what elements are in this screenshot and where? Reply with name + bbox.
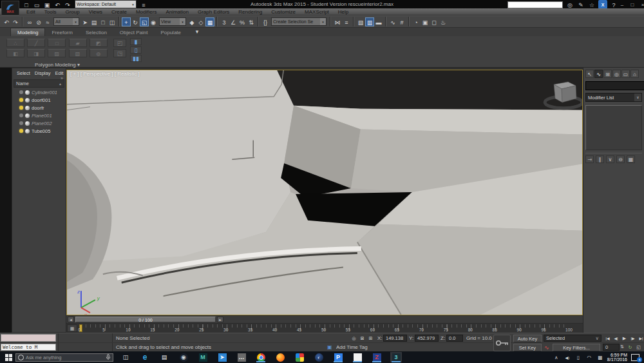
ribbon-minimize-icon[interactable]: ▾ bbox=[193, 26, 202, 35]
communication-center-icon[interactable]: ☆ bbox=[587, 0, 596, 9]
perspective-viewport[interactable]: z y x [ + ] [ Perspective ] [ Realistic … bbox=[66, 70, 583, 315]
key-mode-dropdown[interactable]: Selected ∨ bbox=[544, 335, 601, 342]
object-name-field[interactable] bbox=[585, 81, 644, 90]
visibility-bulb-icon[interactable] bbox=[19, 129, 23, 133]
configure-modifier-sets-icon[interactable]: ▦ bbox=[627, 155, 635, 163]
track-bar[interactable]: ▦ 05101520253035404550556065707580859095… bbox=[66, 324, 583, 333]
restore-button[interactable]: □ bbox=[630, 0, 635, 9]
layer-manager-icon[interactable]: ▧ bbox=[356, 17, 365, 26]
previous-frame-arrow[interactable]: ◂ bbox=[68, 317, 74, 322]
time-slider-handle[interactable]: 0 / 100 bbox=[75, 317, 216, 322]
render-setup-icon[interactable]: ▣ bbox=[421, 17, 430, 26]
save-file-icon[interactable]: ▣ bbox=[43, 0, 52, 9]
percent-snap-icon[interactable]: % bbox=[238, 17, 247, 26]
workspace-dropdown[interactable]: Workspace: Default▾ bbox=[75, 0, 137, 8]
taskbar-clock[interactable]: 6:59 PM 8/17/2016 bbox=[607, 353, 627, 362]
modifier-list-dropdown[interactable]: Modifier List ∨ bbox=[585, 93, 642, 102]
edge-icon[interactable]: e bbox=[139, 352, 151, 362]
spinner-snap-icon[interactable]: ⇅ bbox=[247, 17, 256, 26]
rendered-frame-icon[interactable]: ◻ bbox=[430, 17, 439, 26]
firefox-icon[interactable] bbox=[274, 352, 286, 362]
mirror-icon[interactable]: ⋈ bbox=[333, 17, 342, 26]
menu-help[interactable]: Help bbox=[334, 9, 353, 15]
vertex-mode-icon[interactable]: ∴ bbox=[6, 39, 24, 47]
play-button-icon[interactable]: ▶ bbox=[621, 334, 628, 342]
help-icon[interactable]: ? bbox=[609, 0, 618, 9]
cortana-search-box[interactable]: Ask me anything bbox=[15, 353, 113, 362]
explorer-menu-display[interactable]: Display bbox=[35, 70, 51, 76]
ribbon-mirror-icon[interactable]: ▯ bbox=[130, 46, 142, 54]
infocenter-search-icon[interactable]: ◎ bbox=[565, 0, 574, 9]
rect-selection-region-icon[interactable]: □ bbox=[99, 17, 108, 26]
edge-mode-icon[interactable]: ╱ bbox=[27, 39, 45, 47]
pin-stack-icon[interactable]: ⊸ bbox=[585, 155, 594, 163]
polygon-modeling-label[interactable]: Polygon Modeling ▾ bbox=[6, 62, 108, 68]
auto-key-button[interactable]: Auto Key bbox=[513, 335, 542, 342]
frame-spinner[interactable]: ⇅ bbox=[620, 344, 624, 349]
edit-poly-1-icon[interactable]: ◧ bbox=[6, 49, 24, 57]
utilities-tab-icon[interactable]: ⌂ bbox=[630, 70, 639, 78]
reference-coordinate-dropdown[interactable]: View▾ bbox=[159, 17, 186, 26]
edit-poly-2-icon[interactable]: ◨ bbox=[27, 49, 45, 57]
visibility-bulb-icon[interactable] bbox=[19, 90, 23, 94]
orbit-view-icon[interactable]: ↻ bbox=[627, 343, 634, 351]
microphone-icon[interactable] bbox=[106, 354, 111, 360]
minimize-button[interactable]: – bbox=[620, 0, 625, 9]
undo-icon[interactable]: ↶ bbox=[2, 17, 11, 26]
explorer-row-Tube005[interactable]: Tube005 bbox=[14, 127, 64, 135]
start-button[interactable] bbox=[3, 352, 14, 362]
3dsmax-app-icon[interactable]: 3 bbox=[390, 352, 402, 362]
menu-animation[interactable]: Animation bbox=[161, 9, 193, 15]
menu-rendering[interactable]: Rendering bbox=[234, 9, 267, 15]
volume-icon[interactable]: ◀) bbox=[564, 353, 571, 362]
p-app-icon[interactable]: P bbox=[332, 352, 344, 362]
action-center-button[interactable]: 4 bbox=[630, 353, 640, 362]
motion-tab-icon[interactable]: ◎ bbox=[612, 70, 621, 78]
subscription-center-icon[interactable]: ✎ bbox=[576, 0, 585, 9]
key-filters-button[interactable]: Key Filters... bbox=[553, 344, 600, 351]
select-rotate-icon[interactable]: ↻ bbox=[131, 17, 140, 26]
keyboard-override-icon[interactable]: ▦ bbox=[205, 17, 214, 26]
menu-graph-editors[interactable]: Graph Editors bbox=[193, 9, 234, 15]
explorer-name-header[interactable]: Name ▲ bbox=[14, 79, 64, 88]
visibility-bulb-icon[interactable] bbox=[19, 98, 23, 102]
visibility-bulb-icon[interactable] bbox=[19, 113, 23, 117]
border-mode-icon[interactable]: □ bbox=[48, 39, 66, 47]
material-editor-icon[interactable]: ◔ bbox=[412, 17, 421, 26]
render-production-icon[interactable]: ♨ bbox=[439, 17, 448, 26]
maya-icon[interactable]: M bbox=[197, 352, 209, 362]
bind-spacewarp-icon[interactable]: ≈ bbox=[43, 17, 52, 26]
next-frame-arrow[interactable]: ▸ bbox=[217, 317, 223, 322]
show-end-result-icon[interactable]: ∥ bbox=[596, 155, 604, 163]
tray-expand-icon[interactable]: ∧ bbox=[553, 353, 560, 362]
modify-tab-icon[interactable]: ∿ bbox=[594, 70, 603, 78]
align-icon[interactable]: ≡ bbox=[342, 17, 351, 26]
menu-views[interactable]: Views bbox=[84, 9, 107, 15]
plane-app-icon[interactable]: ➤ bbox=[216, 352, 228, 362]
menu-maxscript[interactable]: MAXScript bbox=[300, 9, 334, 15]
create-tab-icon[interactable]: ↖ bbox=[585, 70, 594, 78]
edit-poly-3-icon[interactable]: ▨ bbox=[48, 49, 66, 57]
select-link-icon[interactable]: ∞ bbox=[25, 17, 34, 26]
swirl-app-icon[interactable]: ◐ bbox=[313, 352, 325, 362]
select-by-name-icon[interactable]: ▤ bbox=[90, 17, 99, 26]
document-app-icon[interactable] bbox=[352, 352, 363, 362]
set-key-button[interactable]: Set Key bbox=[513, 344, 542, 351]
go-to-start-icon[interactable]: |◀ bbox=[604, 334, 611, 342]
menu-create[interactable]: Create bbox=[107, 9, 131, 15]
menu-tools[interactable]: Tools bbox=[40, 9, 61, 15]
schematic-view-icon[interactable]: # bbox=[397, 17, 406, 26]
window-crossing-icon[interactable]: ◫ bbox=[108, 17, 117, 26]
curve-editor-icon[interactable]: ∿ bbox=[388, 17, 397, 26]
named-selection-sets-dropdown[interactable]: Create Selection Se▾ bbox=[271, 17, 327, 26]
app-logo-button[interactable]: MAX bbox=[1, 1, 19, 15]
chrome-icon[interactable] bbox=[255, 352, 267, 362]
undo-quick-icon[interactable]: ↶ bbox=[53, 0, 62, 9]
modifier-stack[interactable] bbox=[585, 105, 642, 150]
viewport-label[interactable]: [ + ] [ Perspective ] [ Realistic ] bbox=[70, 71, 140, 77]
go-to-end-icon[interactable]: ▶| bbox=[638, 334, 644, 342]
ribbon-pivot-icon[interactable]: ▮ bbox=[130, 38, 142, 45]
redo-quick-icon[interactable]: ↷ bbox=[63, 0, 72, 9]
infocenter-search[interactable] bbox=[507, 1, 563, 8]
ribbon-tab-selection[interactable]: Selection bbox=[79, 28, 113, 36]
